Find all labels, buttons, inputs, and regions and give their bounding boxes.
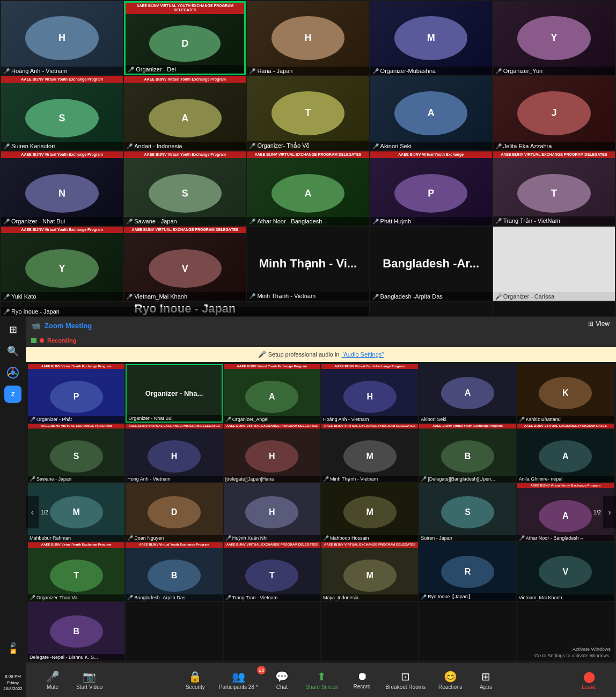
meeting-tile-filler2: [224, 602, 320, 660]
mic-icon: 🎤: [372, 68, 379, 74]
meeting-tile-maya-indonesia: AAEE BIJNV VIRTUAL EXCHANGE PROGRAM DELE…: [321, 542, 418, 601]
toolbar-right-group: ⬤ Leave: [573, 668, 605, 692]
meeting-tile-delegate-bangladesh: AAEE BIJNV Virtual Youth Exchange Progra…: [419, 424, 516, 482]
record-button[interactable]: ⏺ Record: [346, 668, 378, 692]
meeting-tile-mahboob: M 🎤 Mahboob Hossain: [321, 483, 418, 542]
audio-settings-link[interactable]: "Audio Settings": [341, 351, 384, 358]
toolbar-center-group: 🔒 Security 👥 Participants 28 ^ 28: [179, 668, 502, 692]
participant-name: Suiren Karisutori: [11, 143, 55, 149]
tile-yuki-kato: AAEE BIJNV Virtual Youth Exchange Progra…: [1, 227, 123, 301]
reactions-button[interactable]: 😊 Reactions: [433, 668, 467, 692]
reactions-icon: 😊: [444, 670, 457, 683]
security-icon: 🔒: [188, 670, 202, 683]
mic-icon: 🎤: [249, 143, 255, 149]
mic-icon: 🎤: [421, 594, 427, 600]
zoom-logo-icon: 📹: [31, 321, 40, 330]
participant-name: Athar Noor - Bangladesh --: [257, 218, 327, 224]
windows-taskbar: ⊞ 🔍 Z 🔊 📶 8:09 PM Friday 26/8/2022: [0, 317, 26, 697]
mute-icon: 🎤: [46, 670, 60, 683]
mic-icon: 🎤: [3, 309, 10, 315]
participants-button-wrap: 👥 Participants 28 ^ 28: [214, 668, 264, 692]
mute-button[interactable]: 🎤 Mute: [36, 668, 69, 692]
mic-icon: 🎤: [519, 535, 525, 541]
page-indicator-left: 1/2: [41, 510, 48, 516]
participant-name: Organizer- Thảo Võ: [257, 142, 309, 149]
tile-andari: AAEE BIJNV Virtual Youth Exchange Progra…: [124, 76, 246, 150]
meeting-tile-anila: AAEE BIJNV VIRTUAL EXCHANGE PROGRAM GATE…: [517, 424, 614, 482]
start-video-button[interactable]: 📷 Start Video: [71, 668, 108, 692]
view-button[interactable]: ⊞ View: [582, 317, 616, 331]
tile-ryo-inoue: Ryo Inoue - Japan 🎤 Ryo Inoue - Japan: [1, 302, 369, 316]
mic-icon: 🎤: [249, 219, 255, 224]
mic-icon: 🎤: [3, 143, 10, 149]
chat-icon: 💬: [275, 670, 289, 683]
participant-name: Organizer - Nhat Bui: [11, 218, 65, 224]
tile-jelita: J 🎤 Jelita Eka Azzahra: [493, 76, 615, 150]
meeting-tile-bangladesh-arpita: AAEE BIJNV Virtual Youth Exchange Progra…: [126, 542, 222, 601]
mic-icon: 🎤: [225, 535, 231, 541]
toolbar-left-group: 🎤 Mute 📷 Start Video: [36, 668, 108, 692]
zoom-taskbar-icon[interactable]: Z: [4, 386, 21, 403]
mic-icon: 🎤: [128, 67, 134, 72]
security-button[interactable]: 🔒 Security: [179, 668, 211, 692]
windows-start-icon[interactable]: ⊞: [4, 321, 21, 338]
meeting-tile-hong-anh: AAEE BIJNV VIRTUAL EXCHANGE PROGRAM DELE…: [126, 424, 222, 482]
recording-label: Recording: [47, 337, 76, 344]
chat-button[interactable]: 💬 Chat: [266, 668, 298, 692]
audio-setup-bar: 🎤 Setup professional audio in "Audio Set…: [26, 347, 616, 362]
mic-icon: 🎤: [323, 476, 329, 482]
system-time: 8:09 PM Friday 26/8/2022: [0, 673, 26, 692]
tile-organizer-dei: AAEE BIJNV VIRTUAL YOUTH EXCHANGE PROGRA…: [124, 1, 246, 75]
apps-button[interactable]: ⊞ Apps: [470, 668, 502, 692]
tile-trang-tran: AAEE BIJNV VIRTUAL EXCHANGE PROGRAM DELE…: [493, 151, 615, 226]
leave-button[interactable]: ⬤ Leave: [573, 668, 605, 692]
mic-icon: 🎤: [495, 294, 502, 300]
next-page-arrow[interactable]: ›: [603, 496, 616, 528]
participants-button[interactable]: 👥 Participants 28 ^: [214, 668, 264, 692]
prev-page-arrow[interactable]: ‹: [26, 496, 39, 528]
chrome-icon[interactable]: [4, 364, 21, 381]
mic-icon: 🎤: [225, 417, 231, 422]
tile-filler-2: [493, 302, 615, 316]
breakout-rooms-button[interactable]: ⊡ Breakout Rooms: [380, 668, 431, 692]
meeting-tile-akinori: A Akinori Seki: [419, 364, 516, 423]
meeting-tile-organizer-phat: AAEE BIJNV Virtual Youth Exchange Progra…: [28, 364, 124, 423]
network-icon: 📶: [10, 649, 16, 654]
participant-name: Vietnam_Mai Khanh: [134, 293, 187, 300]
participant-name: Organizer-Mubashira: [380, 68, 436, 74]
participant-name: Yuki Kato: [11, 293, 36, 300]
mic-icon: 🎤: [126, 143, 133, 149]
meeting-tile-filler3: [321, 602, 418, 660]
tile-sawane: AAEE BIJNV Virtual Youth Exchange Progra…: [124, 151, 246, 226]
mic-icon: 🎤: [372, 143, 379, 149]
meeting-tile-minh-thanh: AAEE BIJNV VIRTUAL EXCHANGE PROGRAM DELE…: [321, 424, 418, 482]
tile-phat-huynh: AAEE BIJNV Virtual Youth Exchange P 🎤 Ph…: [370, 151, 492, 226]
apps-icon: ⊞: [481, 670, 490, 683]
share-screen-button[interactable]: ⬆ Share Screen: [300, 668, 343, 692]
activate-windows-notice: Activate Windows Go to Settings to activ…: [534, 646, 611, 659]
mic-icon: 🎤: [126, 219, 133, 224]
meeting-tile-suiren-japan: S Suiren - Japan: [419, 483, 516, 542]
participant-name: Andari - Indonesia: [134, 143, 182, 149]
tile-minh-thanh: Minh Thạnh - Vi... 🎤 Minh Thạnh - Vietna…: [247, 227, 369, 301]
page-indicator-right: 1/2: [593, 510, 601, 516]
meeting-tile-ryo-inoue: R 🎤 Ryo Inoue【Japan】: [419, 542, 516, 601]
tile-filler-1: [370, 302, 492, 316]
meeting-tile-filler: [126, 602, 222, 660]
search-icon[interactable]: 🔍: [4, 343, 21, 360]
participant-name: Organizer - Carissa: [503, 293, 554, 300]
mic-icon: 🎤: [126, 294, 133, 300]
participant-name: Organizer - Dei: [136, 66, 176, 72]
audio-setup-text: Setup professional audio in: [268, 351, 340, 358]
meeting-tile-doan-nguyen: D 🎤 Doan Nguyen: [126, 483, 222, 542]
tile-nhat-bui: AAEE BIJNV Virtual Youth Exchange Progra…: [1, 151, 123, 226]
tile-organizer-carissa: 🎤 Organizer - Carissa: [493, 227, 615, 301]
meeting-tile-hoang-anh: AAEE BIJNV Virtual Youth Exchange Progra…: [321, 364, 418, 423]
meeting-tile-delegate-nepal: B Delegate -Nepal - Bishnu K. S...: [28, 602, 124, 660]
participant-name: Trang Trần - VietNam: [503, 217, 560, 224]
mic-icon: 🎤: [30, 595, 35, 600]
participant-name: Sawane - Japan: [134, 218, 177, 224]
svg-point-1: [11, 371, 15, 375]
meeting-tile-vietnam-mai-khanh: V Vietnam_Mai Khanh: [517, 542, 614, 601]
mic-icon: 🎤: [372, 294, 379, 300]
